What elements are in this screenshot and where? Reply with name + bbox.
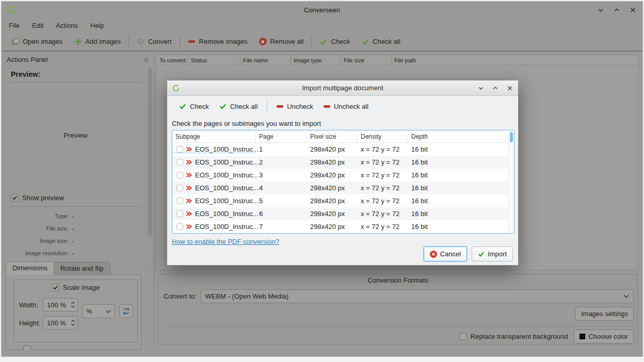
table-scrollbar[interactable] xyxy=(508,130,514,233)
tab-rotate-and-flip[interactable]: Rotate and flip xyxy=(54,262,110,275)
pixel-size-cell: 298x420 px xyxy=(307,184,358,192)
dialog-table-body: EOS_100D_Instruc...1298x420 pxx = 72 y =… xyxy=(172,143,508,233)
page-cell: 7 xyxy=(256,223,307,231)
depth-cell: 16 bit xyxy=(408,210,508,218)
minimize-icon[interactable] xyxy=(478,85,484,91)
subpage-cell[interactable]: EOS_100D_Instruc... xyxy=(172,145,256,153)
pixel-size-cell: 298x420 px xyxy=(307,158,358,166)
subpage-cell[interactable]: EOS_100D_Instruc... xyxy=(172,184,256,192)
col-file-size[interactable]: File size xyxy=(341,55,392,65)
col-file-path[interactable]: File path xyxy=(392,55,638,65)
tab-dimensions[interactable]: Dimensions xyxy=(6,261,54,275)
subpage-cell[interactable]: EOS_100D_Instruc... xyxy=(172,210,256,218)
col-pixel-size[interactable]: Pixel size xyxy=(307,130,358,142)
uncheck-button[interactable]: Uncheck xyxy=(271,98,318,114)
close-icon[interactable] xyxy=(630,7,636,13)
uncheck-all-icon xyxy=(324,105,330,108)
spin-arrows-icon[interactable] xyxy=(71,299,75,310)
remove-images-button[interactable]: Remove images xyxy=(182,32,253,51)
col-image-type[interactable]: Image type xyxy=(291,55,341,65)
check-button[interactable]: Check xyxy=(314,32,356,51)
height-spinbox[interactable]: 100 % xyxy=(43,316,78,330)
check-button[interactable]: Check xyxy=(174,98,214,114)
page-cell: 6 xyxy=(256,210,307,218)
check-all-button[interactable]: Check all xyxy=(356,32,406,51)
table-row[interactable]: EOS_100D_Instruc...4298x420 pxx = 72 y =… xyxy=(172,182,508,194)
panel-scrollbar[interactable] xyxy=(148,68,152,236)
check-all-button[interactable]: Check all xyxy=(214,98,263,114)
color-swatch-icon xyxy=(579,334,585,339)
swap-dimensions-button[interactable] xyxy=(119,304,133,318)
row-checkbox[interactable] xyxy=(176,185,183,191)
row-checkbox[interactable] xyxy=(176,146,183,153)
menu-actions[interactable]: Actions xyxy=(56,22,78,29)
table-row[interactable]: EOS_100D_Instruc...2298x420 pxx = 72 y =… xyxy=(172,156,508,169)
density-cell: x = 72 y = 72 xyxy=(358,145,408,153)
subpage-cell[interactable]: EOS_100D_Instruc... xyxy=(172,158,256,166)
table-row[interactable]: EOS_100D_Instruc...5298x420 pxx = 72 y =… xyxy=(172,194,508,207)
col-to-convert[interactable]: To convert xyxy=(157,55,188,65)
choose-color-button[interactable]: Choose color xyxy=(574,330,634,343)
row-checkbox[interactable] xyxy=(176,159,183,166)
subpage-cell[interactable]: EOS_100D_Instruc... xyxy=(172,171,256,179)
scale-image-checkbox[interactable]: Scale image xyxy=(52,284,100,291)
close-icon[interactable] xyxy=(507,85,513,91)
pdf-file-icon xyxy=(186,159,192,166)
pdf-file-icon xyxy=(186,198,192,204)
open-images-icon xyxy=(11,38,20,46)
open-images-button[interactable]: Open images xyxy=(6,32,68,51)
pdf-conversion-help-link[interactable]: How to enable the PDF conversion? xyxy=(172,238,279,245)
float-panel-icon[interactable]: ◇ xyxy=(144,56,149,63)
unit-select[interactable]: % xyxy=(82,304,115,318)
show-preview-checkbox[interactable]: Show preview xyxy=(11,194,64,202)
format-select[interactable]: WEBM - (Open Web Media) xyxy=(201,289,634,303)
width-spinbox[interactable]: 100 % xyxy=(43,298,78,311)
subpage-cell[interactable]: EOS_100D_Instruc... xyxy=(172,223,256,231)
minimize-icon[interactable] xyxy=(598,7,604,13)
maximize-icon[interactable] xyxy=(492,85,498,91)
subpage-name: EOS_100D_Instruc... xyxy=(195,171,259,179)
replace-transparent-background-checkbox[interactable]: Replace transparent background xyxy=(459,333,568,340)
main-toolbar: Open images Add images Convert Remove im… xyxy=(2,32,642,52)
table-row[interactable]: EOS_100D_Instruc...3298x420 pxx = 72 y =… xyxy=(172,169,508,182)
table-row[interactable]: EOS_100D_Instruc...7298x420 pxx = 72 y =… xyxy=(172,220,508,233)
uncheck-all-button[interactable]: Uncheck all xyxy=(318,98,374,114)
menu-file[interactable]: File xyxy=(9,22,20,29)
table-row[interactable]: EOS_100D_Instruc...1298x420 pxx = 72 y =… xyxy=(172,143,508,156)
divider xyxy=(10,206,141,207)
menu-help[interactable]: Help xyxy=(90,22,104,29)
subpage-cell[interactable]: EOS_100D_Instruc... xyxy=(172,197,256,205)
toolbar-separator xyxy=(267,100,267,112)
row-checkbox[interactable] xyxy=(176,223,183,230)
remove-all-icon xyxy=(259,38,267,46)
convert-to-label: Convert to: xyxy=(164,292,197,300)
preview-placeholder: Preview xyxy=(63,131,87,139)
screen: Converseen File Edit Actions Help Open i… xyxy=(0,0,644,362)
menu-edit[interactable]: Edit xyxy=(32,22,43,29)
table-row[interactable]: EOS_100D_Instruc...6298x420 pxx = 72 y =… xyxy=(172,207,508,220)
images-settings-button[interactable]: Images settings xyxy=(575,307,634,321)
spin-arrows-icon[interactable] xyxy=(71,317,75,328)
remove-all-button[interactable]: Remove all xyxy=(253,32,309,51)
uncheck-icon xyxy=(277,105,283,108)
cancel-button[interactable]: Cancel xyxy=(424,246,467,261)
col-depth[interactable]: Depth xyxy=(408,130,508,142)
convert-button[interactable]: Convert xyxy=(131,32,178,51)
density-cell: x = 72 y = 72 xyxy=(358,171,408,179)
col-page[interactable]: Page xyxy=(256,130,307,142)
cancel-icon xyxy=(430,251,437,258)
add-images-button[interactable]: Add images xyxy=(68,32,126,51)
pages-table-header: Subpage Page Pixel size Density Depth xyxy=(172,130,508,143)
row-checkbox[interactable] xyxy=(176,198,183,204)
col-density[interactable]: Density xyxy=(358,130,408,142)
col-subpage[interactable]: Subpage xyxy=(172,130,256,142)
row-checkbox[interactable] xyxy=(176,172,183,178)
col-status[interactable]: Status xyxy=(188,55,240,65)
col-file-name[interactable]: File name xyxy=(240,55,291,65)
maximize-icon[interactable] xyxy=(614,7,620,13)
scrollbar-thumb[interactable] xyxy=(510,132,513,142)
dialog-title: Import multipage document xyxy=(167,84,518,92)
row-checkbox[interactable] xyxy=(176,210,183,217)
import-button[interactable]: Import xyxy=(472,246,513,261)
density-cell: x = 72 y = 72 xyxy=(358,210,408,218)
